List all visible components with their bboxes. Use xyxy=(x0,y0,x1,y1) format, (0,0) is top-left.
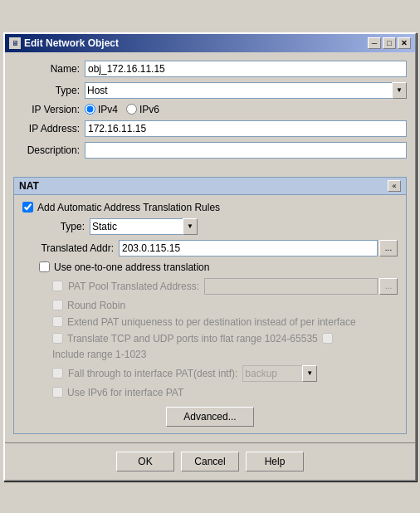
bottom-buttons: OK Cancel Help xyxy=(5,442,415,480)
fall-through-select[interactable]: backup outside inside xyxy=(242,365,317,382)
extend-pat-label: Extend PAT uniqueness to per destination… xyxy=(67,316,356,328)
window-icon: 🖥 xyxy=(9,37,21,49)
nat-type-label: Type: xyxy=(39,221,85,232)
cancel-button[interactable]: Cancel xyxy=(181,452,239,471)
description-label: Description: xyxy=(13,144,80,156)
nat-content: Add Automatic Address Translation Rules … xyxy=(14,195,406,433)
auto-translate-checkbox[interactable] xyxy=(22,202,33,213)
help-button[interactable]: Help xyxy=(246,452,304,471)
extend-pat-row: Extend PAT uniqueness to per destination… xyxy=(22,316,398,328)
description-row: Description: xyxy=(13,142,407,159)
include-range-checkbox[interactable] xyxy=(322,333,333,344)
one-to-one-row: Use one-to-one address translation xyxy=(22,261,398,273)
pat-pool-input-wrapper: ... xyxy=(204,278,398,295)
ipv4-radio[interactable] xyxy=(85,104,95,115)
use-ipv6-checkbox[interactable] xyxy=(52,387,63,398)
minimize-button[interactable]: ─ xyxy=(368,37,381,49)
maximize-button[interactable]: □ xyxy=(383,37,396,49)
translated-addr-label: Translated Addr: xyxy=(39,242,114,254)
translated-addr-row: Translated Addr: ... xyxy=(22,240,398,256)
name-row: Name: xyxy=(13,61,407,77)
ip-version-row: IP Version: IPv4 IPv6 xyxy=(13,104,407,115)
nat-type-row: Type: Static Dynamic Dynamic PAT (Hide) … xyxy=(22,218,398,235)
name-label: Name: xyxy=(13,63,80,75)
include-range-label: Include range 1-1023 xyxy=(52,349,146,360)
nat-section-title: NAT xyxy=(19,180,39,192)
translated-addr-input[interactable] xyxy=(119,240,378,256)
translated-addr-input-wrapper: ... xyxy=(119,240,398,256)
round-robin-label: Round Robin xyxy=(67,300,125,311)
translated-addr-browse-button[interactable]: ... xyxy=(379,240,398,256)
main-content: Name: Type: Host Network Range ▼ IP Vers… xyxy=(5,52,415,442)
type-row: Type: Host Network Range ▼ xyxy=(13,82,407,99)
fall-through-select-wrapper: backup outside inside ▼ xyxy=(242,365,317,382)
ip-address-label: IP Address: xyxy=(13,123,80,134)
fall-through-label: Fall through to interface PAT(dest intf)… xyxy=(68,368,237,379)
ipv4-radio-item: IPv4 xyxy=(85,104,118,115)
type-select-wrapper: Host Network Range ▼ xyxy=(85,82,407,99)
nat-type-select[interactable]: Static Dynamic Dynamic PAT (Hide) xyxy=(90,218,198,235)
fall-through-row: Fall through to interface PAT(dest intf)… xyxy=(22,365,398,382)
ok-button[interactable]: OK xyxy=(116,452,174,471)
nat-collapse-button[interactable]: « xyxy=(388,180,401,192)
type-label: Type: xyxy=(13,85,80,96)
ipv4-label: IPv4 xyxy=(98,104,118,115)
round-robin-checkbox[interactable] xyxy=(52,300,63,310)
name-input[interactable] xyxy=(85,61,407,77)
advanced-row: Advanced... xyxy=(22,403,398,427)
tcp-udp-checkbox[interactable] xyxy=(52,333,63,344)
auto-translate-row: Add Automatic Address Translation Rules xyxy=(22,202,398,213)
pat-pool-browse-button[interactable]: ... xyxy=(379,278,398,295)
ipv6-radio[interactable] xyxy=(126,104,137,115)
ip-version-radio-group: IPv4 IPv6 xyxy=(85,104,407,115)
ip-version-label: IP Version: xyxy=(13,104,80,115)
ipv6-radio-item: IPv6 xyxy=(126,104,159,115)
extend-pat-checkbox[interactable] xyxy=(52,316,63,327)
window-title: Edit Network Object xyxy=(24,37,119,49)
one-to-one-label: Use one-to-one address translation xyxy=(54,261,209,273)
ip-address-row: IP Address: xyxy=(13,120,407,137)
use-ipv6-label: Use IPv6 for interface PAT xyxy=(67,387,183,398)
auto-translate-label: Add Automatic Address Translation Rules xyxy=(37,202,220,213)
title-bar: 🖥 Edit Network Object ─ □ ✕ xyxy=(5,34,415,52)
pat-pool-label: PAT Pool Translated Address: xyxy=(68,281,199,292)
close-button[interactable]: ✕ xyxy=(398,37,411,49)
fall-through-checkbox[interactable] xyxy=(52,368,63,379)
pat-pool-checkbox[interactable] xyxy=(52,281,63,291)
ipv6-label: IPv6 xyxy=(139,104,159,115)
tcp-udp-label: Translate TCP and UDP ports into flat ra… xyxy=(67,333,318,344)
one-to-one-checkbox[interactable] xyxy=(39,261,50,272)
type-select[interactable]: Host Network Range xyxy=(85,82,407,99)
round-robin-row: Round Robin xyxy=(22,300,398,311)
edit-network-object-window: 🖥 Edit Network Object ─ □ ✕ Name: Type: … xyxy=(3,32,417,481)
nat-header: NAT « xyxy=(14,178,406,195)
use-ipv6-row: Use IPv6 for interface PAT xyxy=(22,387,398,398)
pat-pool-input[interactable] xyxy=(204,278,378,295)
pat-pool-row: PAT Pool Translated Address: ... xyxy=(22,278,398,295)
title-buttons: ─ □ ✕ xyxy=(368,37,411,49)
ip-address-input[interactable] xyxy=(85,120,407,137)
description-input[interactable] xyxy=(85,142,407,159)
nat-section: NAT « Add Automatic Address Translation … xyxy=(13,177,407,434)
advanced-button[interactable]: Advanced... xyxy=(166,407,253,427)
nat-type-select-wrapper: Static Dynamic Dynamic PAT (Hide) ▼ xyxy=(90,218,198,235)
title-bar-left: 🖥 Edit Network Object xyxy=(9,37,119,49)
tcp-udp-row: Translate TCP and UDP ports into flat ra… xyxy=(22,333,398,360)
